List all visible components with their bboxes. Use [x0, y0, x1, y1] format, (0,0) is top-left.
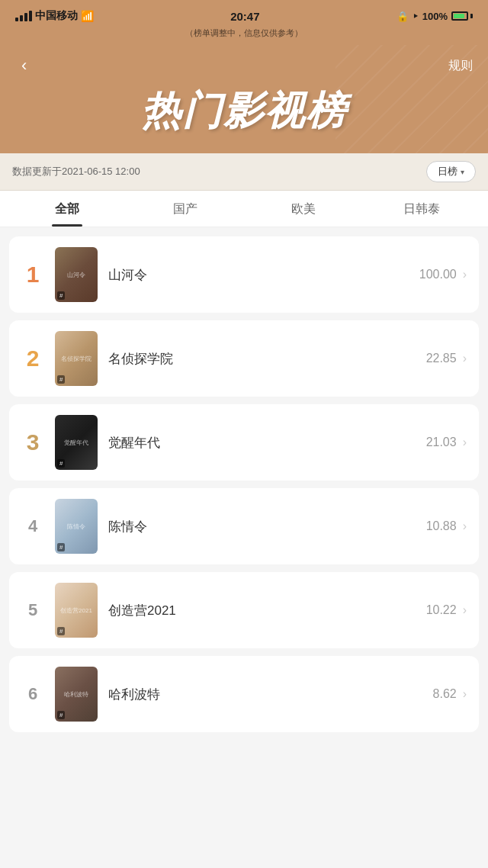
item-score: 22.85: [426, 352, 457, 365]
thumbnail: 觉醒年代 #: [55, 415, 98, 470]
rank-number: 3: [21, 429, 44, 455]
item-right: 10.22 ›: [426, 603, 467, 617]
item-info: 陈情令: [108, 518, 416, 535]
chevron-right-icon: ›: [463, 352, 467, 365]
hash-tag: #: [57, 291, 65, 300]
item-score: 8.62: [433, 687, 457, 701]
thumbnail: 名侦探学院 #: [55, 331, 98, 386]
chevron-right-icon: ›: [463, 436, 467, 449]
list-item[interactable]: 3 觉醒年代 # 觉醒年代 21.03 ›: [9, 404, 479, 481]
page-title: 热门影视榜: [15, 85, 473, 138]
chevron-right-icon: ›: [463, 519, 467, 533]
rank-number: 6: [21, 684, 44, 704]
item-title: 觉醒年代: [108, 434, 416, 452]
item-right: 100.00 ›: [419, 268, 467, 281]
tabs-container: 全部 国产 欧美 日韩泰: [0, 191, 488, 227]
status-bar: 中国移动 📶 20:47 🔒 ‣ 100%: [0, 0, 488, 27]
wifi-icon: 📶: [81, 10, 94, 22]
hash-tag: #: [57, 543, 65, 551]
rules-button[interactable]: 规则: [448, 58, 473, 74]
tab-japanese[interactable]: 日韩泰: [362, 191, 480, 227]
tab-all[interactable]: 全部: [8, 191, 126, 227]
data-bar: 数据更新于2021-06-15 12:00 日榜 ▾: [0, 153, 488, 191]
rank-number: 2: [21, 346, 44, 371]
rankings-list: 1 山河令 # 山河令 100.00 › 2 名侦探学院 # 名侦探学院 22.…: [0, 227, 488, 749]
item-title: 哈利波特: [108, 686, 422, 703]
rank-number: 5: [21, 600, 44, 620]
hash-tag: #: [57, 459, 65, 468]
status-right: 🔒 ‣ 100%: [396, 11, 473, 22]
hash-tag: #: [57, 711, 65, 719]
item-right: 10.88 ›: [426, 519, 467, 533]
signal-icon: [15, 11, 32, 21]
chevron-right-icon: ›: [463, 268, 467, 281]
list-item[interactable]: 4 陈情令 # 陈情令 10.88 ›: [9, 488, 479, 564]
tab-western[interactable]: 欧美: [244, 191, 362, 227]
item-right: 21.03 ›: [426, 436, 467, 449]
item-info: 哈利波特: [108, 686, 422, 703]
thumbnail: 创造营2021 #: [55, 583, 98, 638]
item-title: 创造营2021: [108, 602, 416, 619]
item-info: 名侦探学院: [108, 350, 416, 368]
battery-percent: 100%: [422, 11, 448, 22]
list-item[interactable]: 6 哈利波特 # 哈利波特 8.62 ›: [9, 656, 479, 732]
thumbnail: 陈情令 #: [55, 499, 98, 554]
carrier-label: 中国移动: [35, 9, 78, 23]
item-info: 觉醒年代: [108, 434, 416, 452]
item-score: 100.00: [419, 268, 457, 281]
list-item[interactable]: 1 山河令 # 山河令 100.00 ›: [9, 236, 479, 313]
item-title: 陈情令: [108, 518, 416, 535]
list-item[interactable]: 5 创造营2021 # 创造营2021 10.22 ›: [9, 572, 479, 648]
tab-domestic[interactable]: 国产: [126, 191, 244, 227]
lock-icon: 🔒: [396, 11, 409, 22]
thumbnail: 山河令 #: [55, 247, 98, 302]
item-score: 10.88: [426, 519, 457, 533]
chevron-right-icon: ›: [463, 687, 467, 701]
status-left: 中国移动 📶: [15, 9, 94, 23]
chart-type-button[interactable]: 日榜 ▾: [426, 161, 476, 182]
update-text: 数据更新于2021-06-15 12:00: [12, 165, 140, 178]
item-title: 名侦探学院: [108, 350, 416, 368]
sub-note: （榜单调整中，信息仅供参考）: [0, 27, 488, 45]
back-button[interactable]: ‹: [15, 53, 33, 79]
hash-tag: #: [57, 375, 65, 384]
hash-tag: #: [57, 627, 65, 635]
item-right: 22.85 ›: [426, 352, 467, 365]
thumbnail: 哈利波特 #: [55, 667, 98, 722]
location-icon: ‣: [413, 11, 419, 22]
battery-icon: [451, 11, 473, 21]
chart-type-label: 日榜: [438, 165, 458, 178]
chevron-down-icon: ▾: [461, 168, 464, 176]
item-info: 山河令: [108, 266, 409, 284]
rank-number: 1: [21, 262, 44, 288]
page-header: ‹ 规则 热门影视榜: [0, 45, 488, 153]
header-nav: ‹ 规则: [15, 53, 473, 79]
rank-number: 4: [21, 516, 44, 536]
item-score: 10.22: [426, 603, 457, 617]
item-score: 21.03: [426, 436, 457, 449]
list-item[interactable]: 2 名侦探学院 # 名侦探学院 22.85 ›: [9, 320, 479, 397]
item-info: 创造营2021: [108, 602, 416, 619]
item-right: 8.62 ›: [433, 687, 467, 701]
chevron-right-icon: ›: [463, 603, 467, 617]
item-title: 山河令: [108, 266, 409, 284]
time-display: 20:47: [230, 10, 259, 23]
